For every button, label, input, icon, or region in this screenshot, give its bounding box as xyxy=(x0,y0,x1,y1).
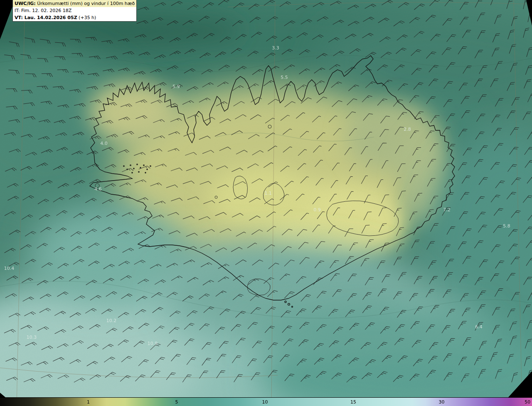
precip-value-label: 4.0 xyxy=(100,141,108,146)
valid-time-offset: (+35 h) xyxy=(77,15,96,20)
map-title-line: UWC/IG: Úrkomumætti (mm) og vindur í 100… xyxy=(13,0,136,7)
colorbar-tick-label: 15 xyxy=(350,399,356,405)
colorbar-tick-label: 1 xyxy=(87,399,90,405)
precip-value-label: 5.9 xyxy=(172,84,180,89)
precip-value-label: 5.5 xyxy=(281,75,288,80)
precip-value-label: 10.9 xyxy=(148,341,158,346)
precip-value-label: 0.9 xyxy=(313,207,321,213)
precip-value-label: 5.8 xyxy=(503,223,510,229)
init-time-line: IT: Fim. 12. 02. 2026 18Z xyxy=(13,7,136,14)
precip-value-label: 10.3 xyxy=(27,335,37,340)
precip-value-label: 10.4 xyxy=(4,266,15,271)
precip-value-label: 3.3 xyxy=(272,45,279,51)
valid-time-main: VT: Lau. 14.02.2026 05Z xyxy=(15,15,77,20)
colorbar-tick-label: 5 xyxy=(175,399,178,405)
precipitation-wind-map: 3.35.55.92.84.04.61.10.97.25.810.410.210… xyxy=(0,0,532,406)
map-title: Úrkomumætti (mm) og vindur í 100m hæð xyxy=(36,1,135,6)
precip-value-label: 1.1 xyxy=(264,191,272,196)
colorbar-tick-label: 30 xyxy=(438,399,444,405)
precipitation-colorbar: 1510153050 xyxy=(0,397,532,406)
precip-value-label: 10.2 xyxy=(106,318,117,323)
map-title-box: UWC/IG: Úrkomumætti (mm) og vindur í 100… xyxy=(12,0,137,22)
colorbar-tick-label: 10 xyxy=(262,399,268,405)
precip-value-label: 7.2 xyxy=(443,207,451,213)
precip-value-label: 6.4 xyxy=(475,324,483,330)
weather-map-stage: 3.35.55.92.84.04.61.10.97.25.810.410.210… xyxy=(0,0,532,406)
model-label: UWC/IG: xyxy=(15,1,36,6)
precip-value-label: 4.6 xyxy=(94,186,102,192)
valid-time-line: VT: Lau. 14.02.2026 05Z (+35 h) xyxy=(13,14,136,21)
precip-value-label: 2.8 xyxy=(404,127,411,132)
colorbar-tick-label: 50 xyxy=(525,399,530,405)
